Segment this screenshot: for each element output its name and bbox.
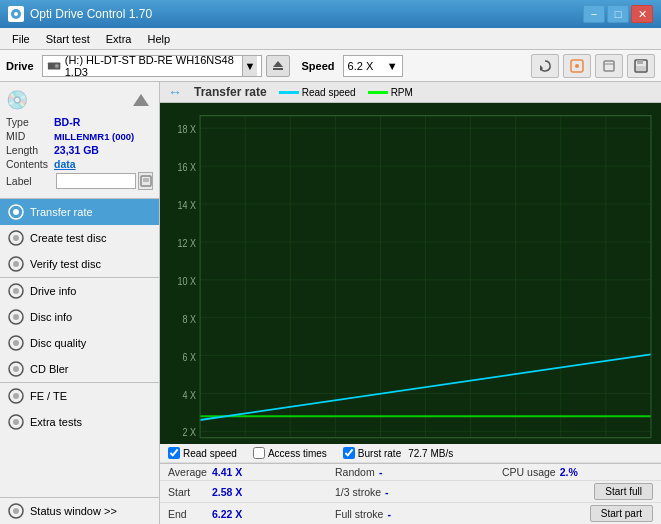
stroke1-3-value: - [385, 486, 389, 498]
stats-start: Start 2.58 X [160, 481, 327, 502]
nav-fe-te-label: FE / TE [30, 390, 67, 402]
stats-full-stroke: Full stroke - [327, 503, 494, 524]
menu-start-test[interactable]: Start test [38, 31, 98, 47]
read-speed-checkbox[interactable] [168, 447, 180, 459]
nav-item-extra-tests[interactable]: Extra tests [0, 409, 159, 435]
stats-section: Average 4.41 X Random - CPU usage 2.% St… [160, 463, 661, 524]
full-stroke-value: - [387, 508, 391, 520]
chart-title-icon: ↔ [168, 84, 182, 100]
legend-rpm: RPM [368, 87, 413, 98]
stats-average: Average 4.41 X [160, 464, 327, 480]
eject-icon [271, 59, 285, 73]
stats-row-2: Start 2.58 X 1/3 stroke - Start full [160, 481, 661, 503]
legend-read-speed-label: Read speed [302, 87, 356, 98]
nav-item-cd-bler[interactable]: CD Bler [0, 356, 159, 382]
main-layout: 💿 Type BD-R MID MILLENMR1 (000) Length 2… [0, 82, 661, 524]
drive-dropdown-arrow[interactable]: ▼ [242, 56, 256, 76]
nav-item-fe-te[interactable]: FE / TE [0, 383, 159, 409]
burst-rate-checkbox[interactable] [343, 447, 355, 459]
access-times-checkbox-label: Access times [268, 448, 327, 459]
fe-te-icon [8, 388, 24, 404]
svg-rect-6 [273, 68, 283, 70]
random-value: - [379, 466, 383, 478]
nav-item-status-window[interactable]: Status window >> [0, 498, 159, 524]
stats-1-3-stroke: 1/3 stroke - [327, 481, 494, 502]
nav-group-2: Drive info Disc info Disc quality CD Ble… [0, 278, 159, 382]
disc-contents-value[interactable]: data [54, 158, 76, 170]
menu-file[interactable]: File [4, 31, 38, 47]
drive-value: (H:) HL-DT-ST BD-RE WH16NS48 1.D3 [65, 54, 238, 78]
svg-text:2 X: 2 X [183, 426, 197, 438]
disc-info-icon [8, 309, 24, 325]
close-button[interactable]: ✕ [631, 5, 653, 23]
extra-tests-icon [8, 414, 24, 430]
cd-bler-icon [8, 361, 24, 377]
drive-selector[interactable]: (H:) HL-DT-ST BD-RE WH16NS48 1.D3 ▼ [42, 55, 262, 77]
svg-text:10 X: 10 X [178, 275, 197, 287]
svg-marker-5 [273, 61, 283, 67]
svg-text:4 X: 4 X [183, 389, 197, 401]
nav-verify-test-disc-label: Verify test disc [30, 258, 101, 270]
svg-text:18 X: 18 X [178, 123, 197, 135]
nav-item-drive-info[interactable]: Drive info [0, 278, 159, 304]
maximize-button[interactable]: □ [607, 5, 629, 23]
svg-marker-15 [133, 94, 149, 106]
app-title: Opti Drive Control 1.70 [30, 7, 583, 21]
disc-type-label: Type [6, 116, 54, 128]
start-label: Start [168, 486, 208, 498]
disc-label-input[interactable] [56, 173, 136, 189]
eject-button[interactable] [266, 55, 290, 77]
start-value: 2.58 X [212, 486, 242, 498]
start-full-button[interactable]: Start full [594, 483, 653, 500]
tools-button[interactable] [595, 54, 623, 78]
nav-group-3: FE / TE Extra tests [0, 383, 159, 435]
settings-icon [570, 59, 584, 73]
svg-rect-13 [637, 60, 643, 64]
average-value: 4.41 X [212, 466, 242, 478]
burst-rate-checkbox-label: Burst rate [358, 448, 401, 459]
speed-dropdown-arrow[interactable]: ▼ [387, 60, 398, 72]
disc-length-value: 23,31 GB [54, 144, 99, 156]
minimize-button[interactable]: − [583, 5, 605, 23]
menu-help[interactable]: Help [139, 31, 178, 47]
disc-contents-label: Contents [6, 158, 54, 170]
speed-label: Speed [302, 60, 335, 72]
legend-rpm-label: RPM [391, 87, 413, 98]
menu-extra[interactable]: Extra [98, 31, 140, 47]
disc-arrow-icon [129, 88, 153, 112]
nav-item-transfer-rate[interactable]: Transfer rate [0, 199, 159, 225]
disc-label-label: Label [6, 175, 54, 187]
speed-selector[interactable]: 6.2 X ▼ [343, 55, 403, 77]
svg-point-1 [14, 12, 18, 16]
nav-status-window-label: Status window >> [30, 505, 117, 517]
read-speed-checkbox-item: Read speed [168, 447, 237, 459]
chart-title: Transfer rate [194, 85, 267, 99]
menubar: File Start test Extra Help [0, 28, 661, 50]
access-times-checkbox[interactable] [253, 447, 265, 459]
save-button[interactable] [627, 54, 655, 78]
svg-point-28 [13, 314, 19, 320]
create-test-disc-icon [8, 230, 24, 246]
disc-label-browse-button[interactable] [138, 172, 153, 190]
stats-start-part-cell: Start part [494, 503, 661, 524]
svg-text:8 X: 8 X [183, 313, 197, 325]
disc-mid-label: MID [6, 130, 54, 142]
nav-item-disc-info[interactable]: Disc info [0, 304, 159, 330]
chart-header: ↔ Transfer rate Read speed RPM [160, 82, 661, 103]
speed-value: 6.2 X [348, 60, 374, 72]
nav-drive-info-label: Drive info [30, 285, 76, 297]
nav-item-create-test-disc[interactable]: Create test disc [0, 225, 159, 251]
options-button[interactable] [563, 54, 591, 78]
disc-mid-field: MID MILLENMR1 (000) [6, 130, 153, 142]
nav-item-verify-test-disc[interactable]: Verify test disc [0, 251, 159, 277]
read-speed-checkbox-label: Read speed [183, 448, 237, 459]
disc-icon: 💿 [6, 89, 28, 111]
refresh-button[interactable] [531, 54, 559, 78]
start-part-button[interactable]: Start part [590, 505, 653, 522]
drive-icon [47, 58, 61, 74]
nav-item-disc-quality[interactable]: Disc quality [0, 330, 159, 356]
disc-quality-icon [8, 335, 24, 351]
stats-end: End 6.22 X [160, 503, 327, 524]
refresh-icon [538, 59, 552, 73]
nav-disc-info-label: Disc info [30, 311, 72, 323]
